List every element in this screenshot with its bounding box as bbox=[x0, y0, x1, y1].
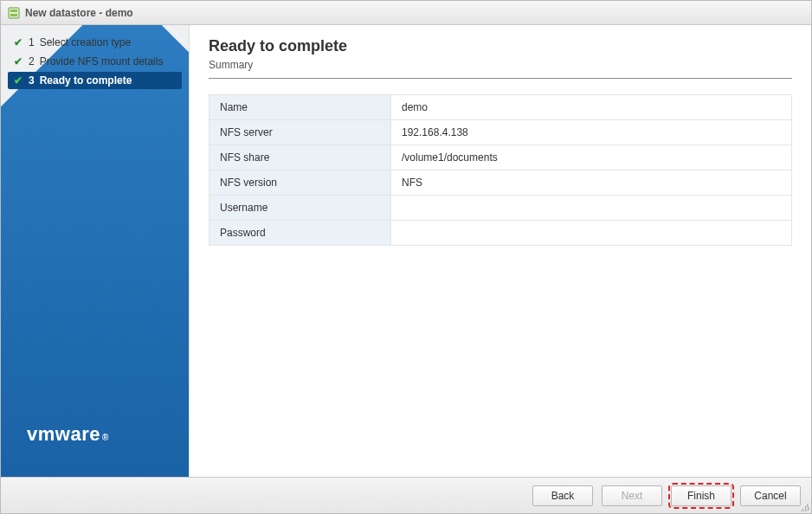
titlebar: New datastore - demo bbox=[1, 1, 811, 25]
summary-key: NFS server bbox=[209, 120, 391, 145]
table-row: NFS share /volume1/documents bbox=[209, 145, 792, 170]
window-title: New datastore - demo bbox=[25, 7, 133, 19]
svg-rect-0 bbox=[9, 8, 19, 18]
check-icon: ✔ bbox=[13, 74, 23, 87]
summary-key: Name bbox=[209, 95, 391, 120]
datastore-icon bbox=[8, 7, 20, 19]
svg-rect-1 bbox=[10, 10, 17, 12]
check-icon: ✔ bbox=[13, 36, 23, 48]
cancel-button[interactable]: Cancel bbox=[740, 485, 801, 506]
vmware-logo: vmware ® bbox=[27, 423, 109, 446]
step-number: 3 bbox=[29, 74, 35, 87]
back-button[interactable]: Back bbox=[532, 485, 593, 506]
wizard-steps: ✔ 1 Select creation type ✔ 2 Provide NFS… bbox=[1, 25, 189, 100]
wizard-step-3[interactable]: ✔ 3 Ready to complete bbox=[8, 72, 182, 89]
summary-value: NFS bbox=[391, 170, 792, 196]
svg-rect-2 bbox=[10, 14, 17, 16]
table-row: NFS server 192.168.4.138 bbox=[209, 120, 792, 145]
logo-text: vmware bbox=[27, 423, 100, 446]
table-row: Password bbox=[209, 221, 792, 246]
step-label: Provide NFS mount details bbox=[40, 55, 164, 67]
summary-value bbox=[391, 221, 792, 246]
summary-key: NFS share bbox=[209, 145, 391, 170]
page-heading: Ready to complete bbox=[209, 37, 792, 55]
summary-key: NFS version bbox=[209, 170, 391, 196]
table-row: NFS version NFS bbox=[209, 170, 792, 196]
next-button[interactable]: Next bbox=[602, 485, 662, 506]
step-number: 1 bbox=[29, 36, 35, 48]
wizard-step-1[interactable]: ✔ 1 Select creation type bbox=[8, 34, 182, 51]
step-label: Ready to complete bbox=[40, 74, 132, 87]
divider bbox=[209, 78, 792, 79]
check-icon: ✔ bbox=[13, 55, 23, 67]
summary-value bbox=[391, 196, 792, 221]
summary-value: 192.168.4.138 bbox=[391, 120, 792, 145]
page-subheading: Summary bbox=[209, 59, 792, 71]
wizard-step-2[interactable]: ✔ 2 Provide NFS mount details bbox=[8, 53, 182, 70]
logo-reg: ® bbox=[102, 433, 109, 442]
summary-table: Name demo NFS server 192.168.4.138 NFS s… bbox=[209, 94, 792, 246]
step-label: Select creation type bbox=[40, 36, 131, 48]
finish-button[interactable]: Finish bbox=[671, 485, 731, 506]
step-number: 2 bbox=[29, 55, 35, 67]
summary-key: Username bbox=[209, 196, 391, 221]
dialog-footer: Back Next Finish Cancel bbox=[1, 477, 811, 513]
summary-value: /volume1/documents bbox=[391, 145, 792, 170]
summary-value: demo bbox=[391, 95, 792, 120]
main-panel: Ready to complete Summary Name demo NFS … bbox=[190, 25, 811, 477]
dialog-window: New datastore - demo ✔ 1 Select creation… bbox=[0, 0, 812, 514]
summary-key: Password bbox=[209, 221, 391, 246]
table-row: Username bbox=[209, 196, 792, 221]
table-row: Name demo bbox=[209, 95, 792, 120]
dialog-body: ✔ 1 Select creation type ✔ 2 Provide NFS… bbox=[1, 25, 811, 477]
wizard-sidebar: ✔ 1 Select creation type ✔ 2 Provide NFS… bbox=[1, 25, 190, 477]
resize-grip[interactable] bbox=[801, 503, 809, 511]
